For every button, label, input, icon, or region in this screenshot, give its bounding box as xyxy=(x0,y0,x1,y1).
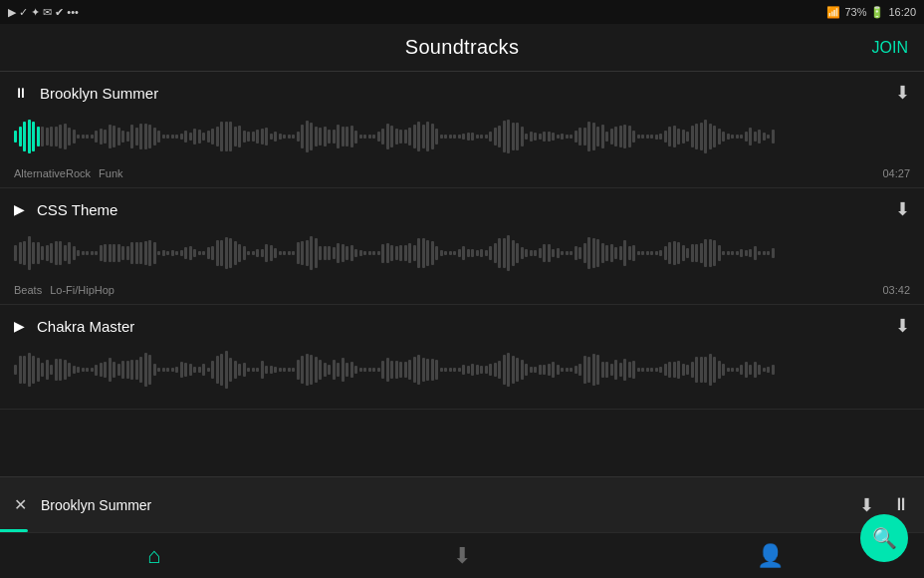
mini-player-left: ✕ Brooklyn Summer xyxy=(14,495,151,514)
wifi-icon: 📶 xyxy=(826,6,840,19)
battery-percent: 73% xyxy=(844,6,866,18)
time-display: 16:20 xyxy=(888,6,916,18)
mini-player-title: Brooklyn Summer xyxy=(41,497,151,513)
track-footer: Beats Lo-Fi/HipHop 03:42 xyxy=(0,282,924,304)
play-button[interactable]: ▶ xyxy=(14,201,25,217)
track-footer xyxy=(0,399,924,409)
waveform xyxy=(14,112,910,161)
status-bar: ▶ ✓ ✦ ✉ ✔ ••• 📶 73% 🔋 16:20 xyxy=(0,0,924,24)
mini-pause-button[interactable]: ⏸ xyxy=(892,494,910,515)
track-header-left: ▶ Chakra Master xyxy=(14,318,134,335)
page-title: Soundtracks xyxy=(405,36,519,59)
battery-icon: 🔋 xyxy=(870,6,884,19)
waveform xyxy=(14,228,910,278)
mini-player: ✕ Brooklyn Summer ⬇ ⏸ xyxy=(0,476,924,532)
download-button[interactable]: ⬇ xyxy=(895,315,910,337)
track-tags: Beats Lo-Fi/HipHop xyxy=(14,284,115,296)
tag-lo-fi: Lo-Fi/HipHop xyxy=(50,284,115,296)
header: Soundtracks JOIN xyxy=(0,24,924,72)
track-title: Chakra Master xyxy=(37,318,134,335)
mini-player-right: ⬇ ⏸ xyxy=(859,494,910,516)
track-item: ⏸ Brooklyn Summer ⬇ AlternativeRock Funk… xyxy=(0,72,924,188)
track-header: ⏸ Brooklyn Summer ⬇ xyxy=(0,72,924,110)
nav-item-home[interactable]: ⌂ xyxy=(0,533,308,578)
track-footer: AlternativeRock Funk 04:27 xyxy=(0,165,924,187)
track-tags: AlternativeRock Funk xyxy=(14,167,123,179)
track-header: ▶ Chakra Master ⬇ xyxy=(0,305,924,343)
track-item: ▶ CSS Theme ⬇ Beats Lo-Fi/HipHop 03:42 xyxy=(0,188,924,305)
track-title: Brooklyn Summer xyxy=(40,85,158,102)
mini-progress-bar xyxy=(0,529,28,532)
downloads-icon: ⬇ xyxy=(453,543,471,569)
waveform xyxy=(14,345,910,395)
home-icon: ⌂ xyxy=(147,543,160,569)
bottom-nav: ⌂ ⬇ 👤 xyxy=(0,532,924,578)
join-button[interactable]: JOIN xyxy=(872,39,908,57)
mini-close-button[interactable]: ✕ xyxy=(14,495,27,514)
tag-alternativerock: AlternativeRock xyxy=(14,167,91,179)
tag-beats: Beats xyxy=(14,284,42,296)
pause-button[interactable]: ⏸ xyxy=(14,85,28,101)
track-header-left: ▶ CSS Theme xyxy=(14,201,117,218)
track-duration: 03:42 xyxy=(882,284,910,296)
track-item: ▶ Chakra Master ⬇ xyxy=(0,305,924,410)
track-duration: 04:27 xyxy=(882,167,910,179)
search-icon: 🔍 xyxy=(872,526,897,550)
tag-funk: Funk xyxy=(99,167,122,179)
waveform-container[interactable] xyxy=(0,110,924,165)
track-title: CSS Theme xyxy=(37,201,117,218)
status-right-info: 📶 73% 🔋 16:20 xyxy=(826,6,916,19)
waveform-container[interactable] xyxy=(0,226,924,282)
download-button[interactable]: ⬇ xyxy=(895,82,910,104)
waveform-container[interactable] xyxy=(0,343,924,399)
track-header: ▶ CSS Theme ⬇ xyxy=(0,188,924,226)
nav-item-downloads[interactable]: ⬇ xyxy=(308,533,615,578)
status-left-icons: ▶ ✓ ✦ ✉ ✔ ••• xyxy=(8,6,79,19)
play-button[interactable]: ▶ xyxy=(14,318,25,334)
search-fab[interactable]: 🔍 xyxy=(860,514,908,562)
download-button[interactable]: ⬇ xyxy=(895,198,910,220)
mini-download-button[interactable]: ⬇ xyxy=(859,494,874,516)
profile-icon: 👤 xyxy=(757,543,784,569)
track-header-left: ⏸ Brooklyn Summer xyxy=(14,85,158,102)
status-indicators: ▶ ✓ ✦ ✉ ✔ ••• xyxy=(8,6,79,19)
track-list: ⏸ Brooklyn Summer ⬇ AlternativeRock Funk… xyxy=(0,72,924,476)
